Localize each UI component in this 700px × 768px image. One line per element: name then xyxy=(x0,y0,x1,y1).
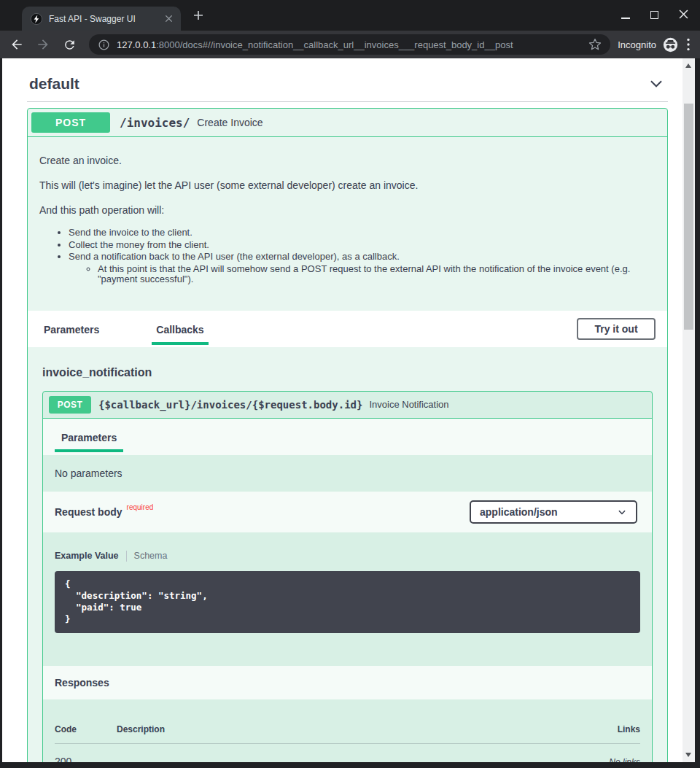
responses-label: Responses xyxy=(55,677,109,689)
page-viewport: default POST /invoices/ Create Invoice C… xyxy=(2,58,695,762)
tab-title: Fast API - Swagger UI xyxy=(49,14,163,24)
no-parameters-text: No parameters xyxy=(55,468,122,479)
callback-path: {$callback_url}/invoices/{$request.body.… xyxy=(98,399,362,411)
operation-description: Create an invoice. This will (let's imag… xyxy=(28,137,667,311)
no-parameters-row: No parameters xyxy=(43,455,652,492)
opblock-create-invoice: POST /invoices/ Create Invoice Create an… xyxy=(27,108,668,762)
callback-summary-text: Invoice Notification xyxy=(369,399,448,410)
scrollbar-thumb[interactable] xyxy=(684,104,693,330)
callback-tab-parameters[interactable]: Parameters xyxy=(55,432,123,452)
site-info-icon[interactable] xyxy=(98,39,110,51)
incognito-icon xyxy=(663,37,678,53)
minimize-button[interactable] xyxy=(621,9,630,22)
incognito-badge: Incognito xyxy=(618,37,678,53)
url-path: :8000/docs#//invoice_notification__callb… xyxy=(156,39,513,50)
section-divider xyxy=(27,101,668,102)
address-bar[interactable]: 127.0.0.1:8000/docs#//invoice_notificati… xyxy=(89,34,610,55)
tab-schema[interactable]: Schema xyxy=(134,551,168,561)
operation-tabs-bar: Parameters Callbacks Try it out xyxy=(28,311,667,347)
tab-example-value[interactable]: Example Value xyxy=(55,551,119,561)
close-window-button[interactable] xyxy=(679,9,688,22)
method-badge-post: POST xyxy=(31,112,110,133)
response-code: 200 xyxy=(55,756,117,763)
operation-path: /invoices/ xyxy=(120,116,190,130)
chevron-down-icon[interactable] xyxy=(647,74,666,93)
callback-parameters-tab-bar: Parameters xyxy=(43,419,652,455)
description-paragraph: This will (let's imagine) let the API us… xyxy=(39,178,656,193)
tab-parameters[interactable]: Parameters xyxy=(39,313,104,345)
section-header-default[interactable]: default xyxy=(27,71,668,97)
browser-titlebar: Fast API - Swagger UI xyxy=(0,0,700,31)
bullet-item: Collect the money from the client. xyxy=(69,240,656,251)
reload-button[interactable] xyxy=(61,36,77,53)
select-chevron-down-icon xyxy=(617,507,627,517)
back-button[interactable] xyxy=(9,36,25,53)
browser-toolbar: 127.0.0.1:8000/docs#//invoice_notificati… xyxy=(0,31,700,58)
column-code: Code xyxy=(55,724,117,734)
url-host: 127.0.0.1 xyxy=(117,39,156,50)
callback-name: invoice_notification xyxy=(42,366,653,379)
description-bullet-list: Send the invoice to the client. Collect … xyxy=(39,228,656,285)
maximize-button[interactable] xyxy=(650,9,658,22)
scrollbar-up-arrow[interactable] xyxy=(685,63,691,68)
content-type-select[interactable]: application/json xyxy=(470,500,637,524)
sub-bullet-item: At this point is that the API will someh… xyxy=(98,264,656,285)
callback-opblock: POST {$callback_url}/invoices/{$request.… xyxy=(42,391,653,763)
bullet-item: Send the invoice to the client. xyxy=(69,228,656,238)
callbacks-section: invoice_notification POST {$callback_url… xyxy=(28,347,667,763)
description-paragraph: And this path operation will: xyxy=(39,203,656,217)
table-row: 200 Successful Response No links xyxy=(55,744,640,763)
column-description: Description xyxy=(117,724,618,734)
responses-table-header: Code Description Links xyxy=(55,724,640,734)
request-body-label: Request body xyxy=(55,506,122,518)
forward-button[interactable] xyxy=(35,36,51,53)
url-text: 127.0.0.1:8000/docs#//invoice_notificati… xyxy=(117,39,583,50)
new-tab-button[interactable] xyxy=(192,9,204,21)
browser-menu-icon[interactable] xyxy=(687,38,690,51)
tab-close-icon[interactable] xyxy=(163,13,174,25)
request-body-header: Request body required application/json xyxy=(43,492,652,532)
callback-method-badge-post: POST xyxy=(49,396,91,414)
incognito-label: Incognito xyxy=(618,39,656,50)
responses-header: Responses xyxy=(43,666,652,699)
responses-table: Code Description Links 200 Successful Re… xyxy=(43,699,652,763)
callback-summary[interactable]: POST {$callback_url}/invoices/{$request.… xyxy=(43,392,652,419)
opblock-summary[interactable]: POST /invoices/ Create Invoice xyxy=(28,109,667,137)
bullet-item: Send a notification back to the API user… xyxy=(69,252,656,263)
request-body-section: Example Value Schema { "description": "s… xyxy=(43,532,652,666)
swagger-content: default POST /invoices/ Create Invoice C… xyxy=(2,58,682,762)
response-description: Successful Response xyxy=(117,756,609,763)
browser-tab[interactable]: Fast API - Swagger UI xyxy=(22,7,181,31)
example-json-code: { "description": "string", "paid": true} xyxy=(55,571,640,633)
tab-separator xyxy=(126,551,127,562)
tab-callbacks[interactable]: Callbacks xyxy=(152,313,208,345)
bookmark-star-icon[interactable] xyxy=(588,38,602,51)
scrollbar-down-arrow[interactable] xyxy=(685,753,691,757)
try-it-out-button[interactable]: Try it out xyxy=(577,318,656,340)
response-links: No links xyxy=(609,756,640,763)
content-type-value: application/json xyxy=(480,506,558,518)
operation-summary: Create Invoice xyxy=(197,117,262,128)
required-badge: required xyxy=(127,503,154,511)
column-links: Links xyxy=(618,724,640,734)
page-scrollbar xyxy=(682,58,695,762)
window-controls xyxy=(621,0,688,31)
example-schema-tabs: Example Value Schema xyxy=(55,550,640,562)
description-paragraph: Create an invoice. xyxy=(39,153,656,168)
description-sub-list: At this point is that the API will someh… xyxy=(69,264,656,285)
section-title: default xyxy=(29,75,647,93)
fastapi-favicon-icon xyxy=(31,13,42,25)
